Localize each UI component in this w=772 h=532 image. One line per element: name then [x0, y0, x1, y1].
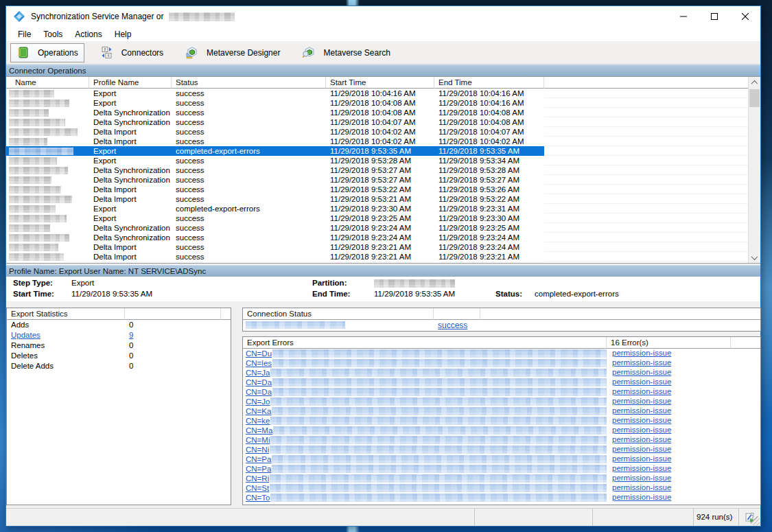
error-type-link[interactable]: permission-issue — [612, 493, 671, 501]
error-object-link[interactable]: CN=Da — [246, 378, 272, 387]
error-object-link[interactable]: CN=Ma — [246, 426, 272, 435]
column-header-start-time[interactable]: Start Time — [326, 77, 434, 89]
error-object-link[interactable]: CN=St — [246, 484, 269, 493]
operation-row[interactable]: Delta Importsuccess11/29/2018 9:23:21 AM… — [6, 252, 748, 262]
error-object-link[interactable]: CN=To — [246, 494, 270, 502]
operation-row[interactable]: Delta Importsuccess11/29/2018 9:53:22 AM… — [6, 185, 748, 194]
error-type-link[interactable]: permission-issue — [612, 416, 671, 424]
operation-status-cell: success — [172, 127, 326, 137]
operation-status-cell: success — [172, 185, 326, 194]
scroll-down-button[interactable] — [749, 252, 760, 263]
minimize-button[interactable] — [668, 6, 699, 27]
statistic-label: Delete Adds — [7, 361, 125, 371]
operation-row[interactable]: Delta Importsuccess11/29/2018 9:53:21 AM… — [6, 194, 748, 204]
error-object-link[interactable]: CN=ke — [246, 417, 270, 426]
operation-row[interactable]: Exportsuccess11/29/2018 10:04:08 AM11/29… — [6, 98, 748, 108]
connection-result-link[interactable]: success — [438, 321, 467, 330]
export-error-row: CN=Nipermission-issue — [243, 445, 760, 454]
statistic-label-link[interactable]: Updates — [11, 331, 40, 339]
resize-grip[interactable] — [751, 516, 760, 525]
column-header-profile-name[interactable]: Profile Name — [89, 77, 172, 89]
error-type-link[interactable]: permission-issue — [612, 387, 671, 395]
operation-row[interactable]: Exportsuccess11/29/2018 9:23:25 AM11/29/… — [6, 213, 748, 223]
operation-filler-cell — [544, 252, 748, 262]
redacted-connector-name — [9, 205, 56, 213]
error-type-link[interactable]: permission-issue — [612, 464, 671, 472]
chevron-down-icon — [751, 253, 758, 260]
error-object-link[interactable]: CN=Ja — [246, 369, 270, 378]
operation-filler-cell — [544, 127, 748, 137]
operation-profile-cell: Delta Synchronization — [89, 223, 172, 233]
scrollbar-thumb[interactable] — [749, 89, 760, 107]
error-object-link[interactable]: CN=Da — [246, 388, 272, 397]
toolbar-button-connectors[interactable]: 88Connectors — [94, 43, 169, 62]
operation-filler-cell — [544, 185, 748, 194]
error-object-link[interactable]: CN=Jo — [246, 397, 270, 406]
close-button[interactable] — [729, 6, 760, 27]
operation-row[interactable]: Exportsuccess11/29/2018 10:04:16 AM11/29… — [6, 89, 748, 98]
error-type-link[interactable]: permission-issue — [612, 454, 671, 463]
error-type-link[interactable]: permission-issue — [612, 368, 671, 376]
menu-help[interactable]: Help — [108, 28, 138, 41]
error-type-link[interactable]: permission-issue — [612, 474, 671, 482]
error-type-link[interactable]: permission-issue — [612, 358, 671, 367]
error-type-link[interactable]: permission-issue — [612, 445, 671, 453]
error-type-link[interactable]: permission-issue — [612, 406, 671, 415]
error-type-link[interactable]: permission-issue — [612, 397, 671, 405]
menu-tools[interactable]: Tools — [37, 28, 69, 41]
operation-row[interactable]: Delta Synchronizationsuccess11/29/2018 9… — [6, 165, 748, 175]
menu-file[interactable]: File — [12, 28, 37, 41]
error-type-cell: permission-issue — [607, 435, 731, 445]
error-type-link[interactable]: permission-issue — [612, 435, 671, 443]
error-type-link[interactable]: permission-issue — [612, 426, 671, 434]
column-header-end-time[interactable]: End Time — [434, 77, 544, 89]
error-object-link[interactable]: CN=Pa — [246, 465, 271, 474]
operation-row[interactable]: Delta Synchronizationsuccess11/29/2018 1… — [6, 108, 748, 117]
maximize-button[interactable] — [699, 6, 729, 27]
redacted-connector-name — [9, 224, 50, 232]
toolbar-button-operations[interactable]: Operations — [10, 43, 84, 62]
error-object-cell: CN=Ma — [243, 426, 607, 435]
operation-row[interactable]: Delta Importsuccess11/29/2018 10:04:02 A… — [6, 137, 748, 146]
error-object-link[interactable]: CN=Pa — [246, 455, 271, 464]
scroll-up-button[interactable] — [749, 77, 760, 88]
toolbar-button-metaverse-designer[interactable]: Metaverse Designer — [179, 43, 286, 62]
error-object-link[interactable]: CN=les — [246, 359, 272, 368]
operation-row[interactable]: Delta Synchronizationsuccess11/29/2018 9… — [6, 233, 748, 242]
column-header-name[interactable]: Name — [6, 77, 89, 89]
toolbar-button-metaverse-search[interactable]: Metaverse Search — [296, 43, 396, 62]
error-object-link[interactable]: CN=Mi — [246, 436, 270, 445]
statistic-value-link[interactable]: 9 — [129, 331, 133, 339]
error-object-link[interactable]: CN=Ni — [246, 446, 269, 454]
statistic-label: Renames — [7, 340, 125, 351]
connectors-icon: 88 — [100, 46, 117, 59]
redacted-object-dn — [270, 494, 607, 502]
error-object-cell: CN=Pa — [243, 454, 607, 464]
export-statistics-panel: Export Statistics Adds0Updates9Renames0D… — [6, 308, 231, 505]
error-type-link[interactable]: permission-issue — [612, 483, 671, 491]
vertical-scrollbar[interactable] — [748, 77, 760, 263]
statistic-row: Delete Adds0 — [7, 361, 231, 371]
operation-row[interactable]: Exportcompleted-export-errors11/29/2018 … — [6, 146, 748, 156]
operation-start-time-cell: 11/29/2018 9:53:28 AM — [326, 156, 434, 165]
operation-status-cell: success — [172, 213, 326, 223]
error-object-link[interactable]: CN=Ka — [246, 407, 271, 416]
partition-label: Partition: — [312, 279, 347, 287]
column-header-status[interactable]: Status — [172, 77, 326, 89]
column-header-filler[interactable] — [544, 77, 748, 89]
operation-row[interactable]: Exportcompleted-export-errors11/29/2018 … — [6, 204, 748, 213]
error-object-link[interactable]: CN=Du — [246, 349, 272, 358]
error-object-link[interactable]: CN=Ri — [246, 474, 269, 483]
redacted-object-dn — [273, 426, 607, 435]
operation-row[interactable]: Exportsuccess11/29/2018 9:53:28 AM11/29/… — [6, 156, 748, 165]
menu-actions[interactable]: Actions — [69, 28, 108, 41]
error-type-link[interactable]: permission-issue — [612, 349, 671, 357]
operation-row[interactable]: Delta Synchronizationsuccess11/29/2018 1… — [6, 117, 748, 127]
redacted-connection-name — [246, 321, 345, 329]
operation-row[interactable]: Delta Synchronizationsuccess11/29/2018 9… — [6, 223, 748, 233]
operation-row[interactable]: Delta Importsuccess11/29/2018 10:04:02 A… — [6, 127, 748, 137]
error-type-cell: permission-issue — [607, 368, 731, 378]
operation-row[interactable]: Delta Synchronizationsuccess11/29/2018 9… — [6, 175, 748, 185]
error-type-link[interactable]: permission-issue — [612, 378, 671, 386]
operation-row[interactable]: Delta Importsuccess11/29/2018 9:23:21 AM… — [6, 242, 748, 252]
